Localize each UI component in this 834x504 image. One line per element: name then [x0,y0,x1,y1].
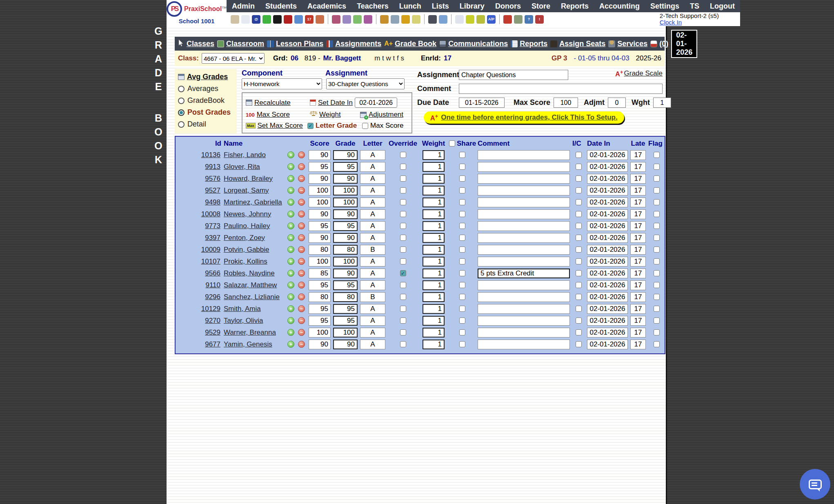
ic-checkbox[interactable] [576,294,582,300]
subtract-points-button[interactable]: − [298,151,305,158]
megaphone-icon[interactable] [316,15,324,24]
student-name-link[interactable]: Salazar, Matthew [224,281,285,289]
ledger-icon[interactable] [455,15,464,24]
calendar-date-icon[interactable]: 17 [305,15,314,24]
subtract-points-button[interactable]: − [298,341,305,348]
ap-icon[interactable]: A/P [487,15,496,24]
score-input[interactable] [309,304,331,314]
comment-input[interactable] [478,233,570,243]
share-checkbox[interactable] [459,235,465,241]
student-id-link[interactable]: 9110 [205,281,221,289]
nav-item-lunch[interactable]: Lunch [394,2,427,11]
flag-checkbox[interactable] [654,175,660,182]
flag-checkbox[interactable] [654,306,660,312]
add-points-button[interactable]: + [287,305,294,312]
share-checkbox[interactable] [459,306,465,312]
flag-checkbox[interactable] [654,187,660,193]
flag-checkbox[interactable] [654,223,660,229]
wght-input[interactable] [653,98,671,108]
student-id-link[interactable]: 10107 [201,258,221,266]
comment-input[interactable] [478,269,570,278]
grade-input[interactable] [333,233,358,243]
flag-checkbox[interactable] [654,164,660,170]
subtract-points-button[interactable]: − [298,246,305,253]
subtract-points-button[interactable]: − [298,293,305,300]
add-points-button[interactable]: + [287,258,294,265]
student-icon[interactable] [342,15,351,24]
ic-checkbox[interactable] [576,152,582,158]
subtract-points-button[interactable]: − [298,305,305,312]
student-id-link[interactable]: 9773 [205,222,221,230]
add-points-button[interactable]: + [287,175,294,182]
share-checkbox[interactable] [459,258,465,264]
weight-input[interactable] [423,316,445,326]
weight-input[interactable] [423,257,445,266]
override-checkbox[interactable] [400,211,406,217]
score-input[interactable] [309,316,331,326]
share-checkbox[interactable] [459,341,465,347]
grade-input[interactable] [333,198,358,207]
student-id-link[interactable]: 9576 [205,175,221,183]
ic-checkbox[interactable] [576,341,582,347]
share-checkbox[interactable] [459,282,465,288]
comment-input[interactable] [478,150,570,160]
chat-icon[interactable] [262,15,271,24]
score-input[interactable] [309,198,331,207]
max-score-checkbox[interactable] [362,123,368,129]
add-points-button[interactable]: + [287,270,294,277]
flag-checkbox[interactable] [654,270,660,276]
override-checkbox[interactable] [400,258,406,264]
flag-checkbox[interactable] [654,294,660,300]
subtract-points-button[interactable]: − [298,282,305,289]
student-id-link[interactable]: 10009 [201,246,221,254]
student-name-link[interactable]: Howard, Brailey [224,175,285,183]
subnav-link[interactable]: Lesson Plans [276,40,323,48]
score-input[interactable] [309,269,331,278]
printer-icon[interactable] [514,15,523,24]
nav-item-students[interactable]: Students [260,2,302,11]
weight-input[interactable] [423,162,445,172]
nav-item-logout[interactable]: Logout [705,2,740,11]
subnav-link[interactable]: Classes [187,40,214,48]
override-checkbox[interactable] [400,306,406,312]
score-input[interactable] [309,245,331,255]
score-input[interactable] [309,162,331,172]
weight-link[interactable]: Weight [319,111,341,119]
grade-input[interactable] [333,328,358,337]
share-checkbox[interactable] [459,317,465,324]
set-date-in-input[interactable] [355,98,397,108]
set-max-score-link[interactable]: Set Max Score [258,122,303,130]
grade-setup-button[interactable]: A+ One time before entering grades, Clic… [424,111,624,124]
component-select[interactable]: H-Homework [242,78,322,89]
assignment-select[interactable]: 30-Chapter Questions [326,78,405,89]
flag-checkbox[interactable] [654,258,660,264]
money-icon[interactable] [353,15,362,24]
help-icon[interactable]: ? [525,15,533,24]
weight-input[interactable] [423,186,445,195]
grade-input[interactable] [333,304,358,314]
override-checkbox[interactable] [400,282,406,288]
set-date-in-link[interactable]: Set Date In [318,99,353,107]
grade-scale-link[interactable]: Grade Scale [624,69,663,78]
flag-checkbox[interactable] [654,199,660,205]
score-input[interactable] [309,174,331,184]
grade-input[interactable] [333,340,358,349]
pdf-icon[interactable] [503,15,512,24]
override-checkbox[interactable] [400,199,406,205]
share-checkbox[interactable] [459,211,465,217]
add-points-button[interactable]: + [287,317,294,324]
ic-checkbox[interactable] [576,211,582,217]
weight-input[interactable] [423,292,445,302]
add-points-button[interactable]: + [287,187,294,194]
grade-input[interactable] [333,221,358,231]
comment-input[interactable] [478,316,570,326]
weight-input[interactable] [423,245,445,255]
share-checkbox[interactable] [459,246,465,253]
add-points-button[interactable]: + [287,211,294,218]
subtract-points-button[interactable]: − [298,258,305,265]
bell-icon[interactable] [401,15,410,24]
subnav-link[interactable]: Classroom [226,40,264,48]
add-points-button[interactable]: + [287,329,294,336]
share-checkbox[interactable] [459,187,465,193]
student-name-link[interactable]: Lorgeat, Samy [224,187,285,195]
